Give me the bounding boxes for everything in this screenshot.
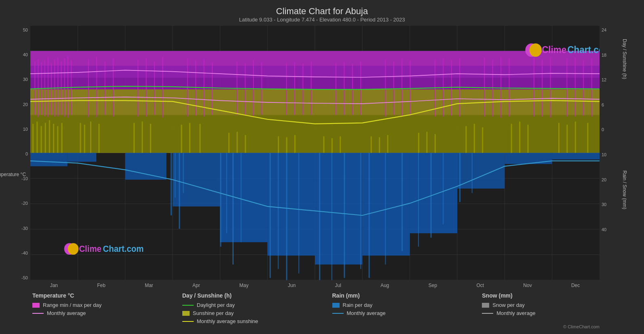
legend-label-temp-range: Range min / max per day [43,302,101,308]
legend-col-temperature: Temperature °C Range min / max per day M… [32,292,182,324]
x-tick-jun: Jun [288,283,296,288]
svg-rect-42 [175,153,175,198]
subtitle: Latitude 9.033 - Longitude 7.474 - Eleva… [8,17,636,23]
y-tick-minus40: -40 [21,251,28,255]
svg-rect-122 [41,126,42,153]
chart-area-wrapper: Clime Chart.com Clime Chart.com Jan Feb … [30,26,600,289]
svg-rect-107 [451,60,452,116]
legend-label-sunshine-avg: Monthly average sunshine [197,318,258,324]
svg-rect-150 [418,133,419,153]
svg-rect-59 [401,153,403,251]
svg-rect-40 [552,153,600,160]
svg-rect-145 [332,138,333,153]
legend-line-daylight [182,305,194,306]
y-tick-minus20: -20 [21,201,28,206]
svg-rect-148 [379,137,380,153]
right-axis-labels: Day / Sunshine (h) Rain / Snow (mm) [618,26,636,289]
svg-rect-44 [183,153,184,193]
x-tick-oct: Oct [476,283,484,288]
svg-rect-101 [385,60,386,117]
legend-line-temp-avg [32,313,44,314]
svg-rect-33 [220,153,267,243]
svg-rect-83 [154,61,155,115]
svg-text:Clime: Clime [79,244,101,254]
svg-rect-94 [294,62,295,115]
svg-rect-157 [519,121,520,153]
svg-rect-132 [133,123,135,153]
svg-rect-54 [332,153,332,281]
legend-item-rain-avg: Monthly average [332,310,482,316]
y-tick-10r: 10 [602,152,606,157]
svg-rect-56 [360,153,361,269]
svg-rect-29 [30,153,68,166]
y-tick-12: 12 [602,77,606,82]
svg-rect-123 [45,123,46,153]
svg-rect-51 [286,153,287,281]
svg-rect-151 [426,132,427,153]
legend-title-temperature: Temperature °C [32,292,182,299]
y-tick-20r: 20 [602,177,606,182]
x-tick-mar: Mar [145,283,153,288]
svg-rect-125 [53,124,54,153]
page-wrapper: Climate Chart for Abuja Latitude 9.033 -… [0,0,644,334]
svg-rect-39 [505,153,552,164]
svg-rect-48 [241,153,241,243]
svg-rect-143 [294,135,296,153]
svg-rect-129 [84,125,85,153]
svg-rect-113 [534,57,534,117]
x-tick-dec: Dec [571,283,580,288]
y-tick-20: 20 [23,102,28,107]
svg-rect-45 [220,153,221,247]
svg-point-164 [530,43,542,57]
svg-rect-31 [125,153,167,180]
legend-item-temp-range: Range min / max per day [32,302,182,308]
legend-line-snow-avg [482,313,493,314]
svg-rect-86 [195,60,196,116]
svg-rect-131 [98,124,99,153]
y-tick-40: 40 [23,52,28,57]
legend-label-rain-avg: Monthly average [347,310,386,316]
legend-item-snow-avg: Monthly average [482,310,632,316]
svg-rect-97 [336,63,336,115]
svg-rect-161 [575,121,576,153]
y-tick-50: 50 [23,28,28,32]
svg-rect-72 [57,57,58,117]
legend-label-snow-avg: Monthly average [496,310,535,316]
svg-rect-156 [511,124,512,153]
legend-swatch-snow [482,303,489,308]
svg-rect-135 [181,125,182,153]
svg-rect-115 [550,57,551,117]
y-tick-18: 18 [602,53,606,57]
legend-col-rain: Rain (mm) Rain per day Monthly average [332,292,482,324]
svg-rect-66 [38,59,38,117]
legend-swatch-sunshine [182,311,190,316]
x-tick-sep: Sep [429,283,437,288]
svg-rect-146 [340,136,341,153]
svg-rect-46 [226,153,227,234]
svg-rect-116 [566,59,567,117]
svg-rect-58 [385,153,386,265]
svg-rect-88 [212,62,213,115]
svg-rect-77 [88,59,89,117]
svg-rect-43 [179,153,180,229]
svg-rect-111 [500,57,501,117]
x-tick-jan: Jan [50,283,58,288]
svg-rect-80 [113,57,114,117]
svg-rect-50 [278,153,279,269]
svg-rect-53 [319,153,320,281]
svg-rect-136 [189,123,190,153]
legend-label-snow-bar: Snow per day [492,302,525,308]
right-label-rain: Rain / Snow (mm) [622,170,627,209]
y-tick-minus30: -30 [21,226,28,231]
right-label-sunshine: Day / Sunshine (h) [622,39,627,79]
svg-rect-64 [472,153,473,193]
chart-svg-area: Clime Chart.com Clime Chart.com [30,26,600,280]
legend-item-temp-avg: Monthly average [32,310,182,316]
main-chart-svg: Clime Chart.com Clime Chart.com [30,26,600,280]
copyright: © ClimeChart.com [8,324,636,330]
legend-label-rain-bar: Rain per day [343,302,373,308]
legend-label-sunshine-bar: Sunshine per day [193,310,234,316]
svg-rect-128 [80,123,81,153]
svg-rect-98 [344,62,344,115]
legend-item-rain-bar: Rain per day [332,302,482,308]
